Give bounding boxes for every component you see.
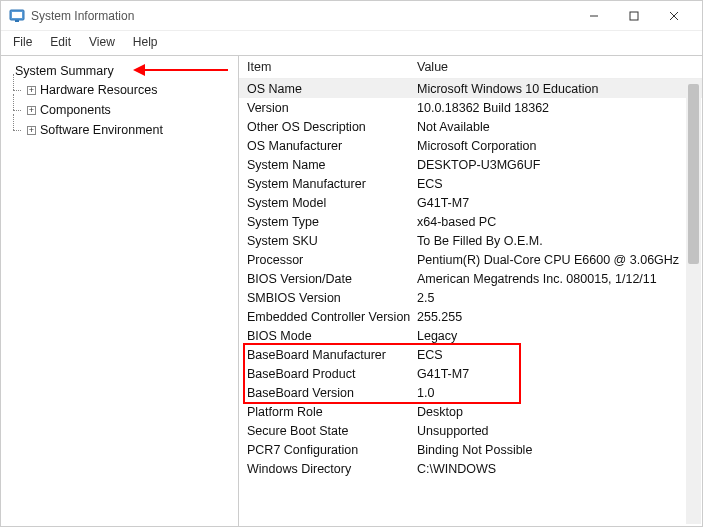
tree-connector bbox=[9, 82, 27, 98]
cell-item: BIOS Version/Date bbox=[247, 272, 417, 286]
tree-item[interactable]: +Software Environment bbox=[5, 120, 234, 140]
svg-rect-1 bbox=[12, 12, 22, 18]
cell-item: Secure Boot State bbox=[247, 424, 417, 438]
table-row[interactable]: Platform RoleDesktop bbox=[239, 402, 702, 421]
cell-item: System Model bbox=[247, 196, 417, 210]
cell-value: x64-based PC bbox=[417, 215, 702, 229]
expand-icon[interactable]: + bbox=[27, 126, 36, 135]
arrow-annotation bbox=[133, 64, 228, 76]
cell-item: System SKU bbox=[247, 234, 417, 248]
table-row[interactable]: BaseBoard ProductG41T-M7 bbox=[239, 364, 702, 383]
cell-item: Other OS Description bbox=[247, 120, 417, 134]
table-row[interactable]: System ModelG41T-M7 bbox=[239, 193, 702, 212]
table-row[interactable]: BaseBoard Version1.0 bbox=[239, 383, 702, 402]
cell-value: 2.5 bbox=[417, 291, 702, 305]
minimize-button[interactable] bbox=[574, 2, 614, 30]
table-row[interactable]: Version10.0.18362 Build 18362 bbox=[239, 98, 702, 117]
expand-icon[interactable]: + bbox=[27, 106, 36, 115]
cell-item: System Manufacturer bbox=[247, 177, 417, 191]
close-button[interactable] bbox=[654, 2, 694, 30]
tree-pane: System Summary +Hardware Resources+Compo… bbox=[1, 56, 239, 526]
vertical-scrollbar[interactable] bbox=[686, 80, 701, 524]
cell-value: 10.0.18362 Build 18362 bbox=[417, 101, 702, 115]
table-row[interactable]: SMBIOS Version2.5 bbox=[239, 288, 702, 307]
tree-item-label: Hardware Resources bbox=[40, 83, 157, 97]
expand-icon[interactable]: + bbox=[27, 86, 36, 95]
table-row[interactable]: OS NameMicrosoft Windows 10 Education bbox=[239, 79, 702, 98]
content-area: System Summary +Hardware Resources+Compo… bbox=[1, 55, 702, 526]
cell-item: OS Manufacturer bbox=[247, 139, 417, 153]
cell-item: PCR7 Configuration bbox=[247, 443, 417, 457]
maximize-button[interactable] bbox=[614, 2, 654, 30]
menubar: File Edit View Help bbox=[1, 31, 702, 55]
cell-item: BaseBoard Product bbox=[247, 367, 417, 381]
titlebar: System Information bbox=[1, 1, 702, 31]
cell-value: G41T-M7 bbox=[417, 196, 702, 210]
cell-value: G41T-M7 bbox=[417, 367, 702, 381]
cell-item: Processor bbox=[247, 253, 417, 267]
table-row[interactable]: Embedded Controller Version255.255 bbox=[239, 307, 702, 326]
table-row[interactable]: System Typex64-based PC bbox=[239, 212, 702, 231]
app-icon bbox=[9, 8, 25, 24]
svg-rect-2 bbox=[15, 20, 19, 22]
column-header-item[interactable]: Item bbox=[247, 60, 417, 74]
menu-help[interactable]: Help bbox=[125, 33, 166, 51]
table-row[interactable]: Other OS DescriptionNot Available bbox=[239, 117, 702, 136]
table-row[interactable]: System NameDESKTOP-U3MG6UF bbox=[239, 155, 702, 174]
table-row[interactable]: BIOS ModeLegacy bbox=[239, 326, 702, 345]
table-row[interactable]: BIOS Version/DateAmerican Megatrends Inc… bbox=[239, 269, 702, 288]
menu-file[interactable]: File bbox=[5, 33, 40, 51]
tree-connector bbox=[9, 122, 27, 138]
cell-value: ECS bbox=[417, 348, 702, 362]
cell-value: DESKTOP-U3MG6UF bbox=[417, 158, 702, 172]
column-header-value[interactable]: Value bbox=[417, 60, 702, 74]
cell-value: Not Available bbox=[417, 120, 702, 134]
cell-value: American Megatrends Inc. 080015, 1/12/11 bbox=[417, 272, 702, 286]
svg-rect-4 bbox=[630, 12, 638, 20]
cell-value: Pentium(R) Dual-Core CPU E6600 @ 3.06GHz bbox=[417, 253, 702, 267]
cell-value: 255.255 bbox=[417, 310, 702, 324]
cell-value: To Be Filled By O.E.M. bbox=[417, 234, 702, 248]
cell-value: C:\WINDOWS bbox=[417, 462, 702, 476]
cell-item: Platform Role bbox=[247, 405, 417, 419]
tree-item-label: Components bbox=[40, 103, 111, 117]
cell-item: Version bbox=[247, 101, 417, 115]
cell-value: ECS bbox=[417, 177, 702, 191]
cell-item: BaseBoard Version bbox=[247, 386, 417, 400]
table-row[interactable]: Windows DirectoryC:\WINDOWS bbox=[239, 459, 702, 478]
table-row[interactable]: ProcessorPentium(R) Dual-Core CPU E6600 … bbox=[239, 250, 702, 269]
cell-value: Microsoft Windows 10 Education bbox=[417, 82, 702, 96]
table-row[interactable]: PCR7 ConfigurationBinding Not Possible bbox=[239, 440, 702, 459]
table-header[interactable]: Item Value bbox=[239, 56, 702, 79]
tree-root-system-summary[interactable]: System Summary bbox=[5, 62, 118, 80]
table-row[interactable]: Secure Boot StateUnsupported bbox=[239, 421, 702, 440]
menu-view[interactable]: View bbox=[81, 33, 123, 51]
table-row[interactable]: OS ManufacturerMicrosoft Corporation bbox=[239, 136, 702, 155]
table-row[interactable]: System ManufacturerECS bbox=[239, 174, 702, 193]
window-title: System Information bbox=[31, 9, 574, 23]
scrollbar-thumb[interactable] bbox=[688, 84, 699, 264]
cell-item: SMBIOS Version bbox=[247, 291, 417, 305]
cell-value: Microsoft Corporation bbox=[417, 139, 702, 153]
tree-item-label: Software Environment bbox=[40, 123, 163, 137]
cell-item: System Type bbox=[247, 215, 417, 229]
window-controls bbox=[574, 2, 694, 30]
cell-item: BIOS Mode bbox=[247, 329, 417, 343]
tree-connector bbox=[9, 102, 27, 118]
tree-item[interactable]: +Hardware Resources bbox=[5, 80, 234, 100]
tree-item[interactable]: +Components bbox=[5, 100, 234, 120]
table-row[interactable]: BaseBoard ManufacturerECS bbox=[239, 345, 702, 364]
cell-value: Desktop bbox=[417, 405, 702, 419]
table-row[interactable]: System SKUTo Be Filled By O.E.M. bbox=[239, 231, 702, 250]
cell-item: OS Name bbox=[247, 82, 417, 96]
cell-item: BaseBoard Manufacturer bbox=[247, 348, 417, 362]
cell-item: Embedded Controller Version bbox=[247, 310, 417, 324]
detail-pane: Item Value OS NameMicrosoft Windows 10 E… bbox=[239, 56, 702, 526]
cell-value: Binding Not Possible bbox=[417, 443, 702, 457]
cell-item: System Name bbox=[247, 158, 417, 172]
cell-item: Windows Directory bbox=[247, 462, 417, 476]
menu-edit[interactable]: Edit bbox=[42, 33, 79, 51]
cell-value: Legacy bbox=[417, 329, 702, 343]
cell-value: Unsupported bbox=[417, 424, 702, 438]
cell-value: 1.0 bbox=[417, 386, 702, 400]
